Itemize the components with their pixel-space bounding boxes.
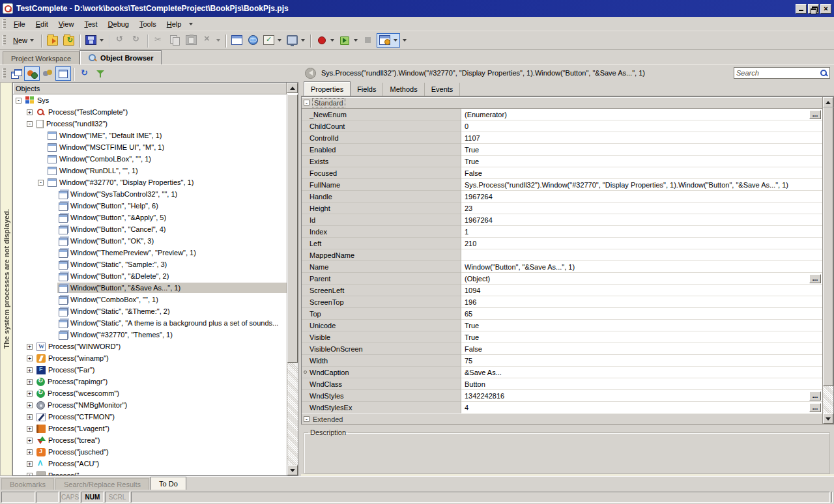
- restore-button[interactable]: [808, 4, 819, 14]
- property-row[interactable]: VisibleOnScreen False...: [302, 343, 822, 355]
- tree-expander[interactable]: +: [27, 356, 33, 361]
- property-row[interactable]: Top 65...: [302, 308, 822, 320]
- property-value[interactable]: 1342242816: [465, 392, 809, 400]
- tree-expander[interactable]: +: [27, 438, 33, 443]
- tree-expander[interactable]: +: [27, 402, 33, 408]
- toolbar-button[interactable]: [261, 33, 284, 48]
- tree-expander[interactable]: -: [27, 121, 33, 127]
- ellipsis-button[interactable]: ...: [809, 274, 821, 283]
- tree-toolbar-button[interactable]: [40, 66, 55, 81]
- tree-item[interactable]: Window("#32770", "Themes", 1): [13, 329, 287, 341]
- tree-expander[interactable]: +: [27, 426, 33, 432]
- toolbar-button[interactable]: [151, 33, 167, 48]
- property-row[interactable]: Focused False...: [302, 167, 822, 179]
- dropdown-caret-icon[interactable]: [100, 39, 104, 42]
- tree-item[interactable]: + Process("rapimgr"): [13, 376, 287, 387]
- property-value[interactable]: 4: [465, 404, 809, 412]
- property-value[interactable]: Sys.Process("rundll32").Window("#32770",…: [465, 181, 822, 189]
- grid-scroll-thumb[interactable]: [823, 107, 833, 386]
- tree-expander[interactable]: +: [27, 449, 33, 455]
- bottom-tab[interactable]: Search/Replace Results: [55, 478, 149, 490]
- back-button[interactable]: [305, 68, 316, 79]
- property-row[interactable]: WndStyles 1342242816...: [302, 390, 822, 402]
- tree-item[interactable]: Window("Button", "Help", 6): [13, 200, 287, 212]
- property-row[interactable]: Height 23...: [302, 203, 822, 214]
- tree-item[interactable]: Window("RunDLL", "", 1): [13, 165, 287, 176]
- tree-scroll-thumb[interactable]: [287, 94, 298, 363]
- tree-item[interactable]: + Process("CTFMON"): [13, 411, 287, 423]
- property-row[interactable]: WndStylesEx 4...: [302, 402, 822, 413]
- property-value[interactable]: 1107: [465, 134, 822, 142]
- property-row[interactable]: Handle 1967264...: [302, 191, 822, 203]
- tree-toolbar-button[interactable]: [93, 66, 108, 81]
- dropdown-caret-icon[interactable]: [301, 39, 305, 42]
- collapse-icon[interactable]: -: [304, 416, 309, 422]
- menu-overflow-icon[interactable]: [189, 23, 193, 25]
- tree-item[interactable]: Window("Static", "Sample:", 3): [13, 259, 287, 270]
- toolbar-button[interactable]: [337, 33, 360, 48]
- tree-item[interactable]: + Process("tcrea"): [13, 434, 287, 446]
- property-row[interactable]: WndCaption &Save As......: [302, 367, 822, 378]
- property-row[interactable]: Id 1967264...: [302, 214, 822, 226]
- property-row[interactable]: ScreenLeft 1094...: [302, 285, 822, 296]
- property-row[interactable]: ControlId 1107...: [302, 132, 822, 144]
- tree-expander[interactable]: +: [27, 461, 33, 467]
- property-value[interactable]: True: [465, 322, 822, 329]
- property-value[interactable]: 1094: [465, 287, 822, 294]
- tree-item[interactable]: - Sys: [13, 94, 287, 106]
- tree-toolbar-button[interactable]: [77, 66, 93, 81]
- tree-item[interactable]: Window("SysTabControl32", "", 1): [13, 188, 287, 200]
- property-row[interactable]: _NewEnum (Enumerator)...: [302, 109, 822, 120]
- property-value[interactable]: True: [465, 333, 822, 341]
- bottom-tab[interactable]: To Do: [151, 477, 186, 490]
- property-value[interactable]: Button: [465, 380, 822, 388]
- group-header-extended[interactable]: - Extended: [302, 413, 822, 424]
- toolbar-button[interactable]: [229, 33, 245, 48]
- toolbar-button[interactable]: [360, 33, 377, 48]
- property-row[interactable]: Parent (Object)...: [302, 273, 822, 285]
- tree-item[interactable]: + Process("ACU"): [13, 458, 287, 469]
- menu-item[interactable]: View: [53, 18, 79, 30]
- property-value[interactable]: 196: [465, 298, 822, 306]
- collapse-icon[interactable]: -: [304, 100, 309, 105]
- property-row[interactable]: FullName Sys.Process("rundll32").Window(…: [302, 179, 822, 191]
- property-tab[interactable]: Events: [425, 83, 461, 96]
- toolbar-button[interactable]: [183, 33, 199, 48]
- tree-expander[interactable]: +: [27, 344, 33, 350]
- property-value[interactable]: 65: [465, 310, 822, 318]
- toolbar-button[interactable]: [83, 33, 106, 48]
- property-row[interactable]: Name Window("Button", "&Save As...", 1).…: [302, 261, 822, 273]
- toolbar-button[interactable]: [128, 33, 145, 48]
- tree-item[interactable]: - Window("#32770", "Display Properties",…: [13, 176, 287, 188]
- tree-item[interactable]: Window("Static", "A theme is a backgroun…: [13, 317, 287, 329]
- toolbar-grip[interactable]: [3, 68, 6, 79]
- tree-expander[interactable]: +: [27, 414, 33, 420]
- ellipsis-button[interactable]: ...: [809, 110, 821, 119]
- toolbar-button[interactable]: [377, 33, 400, 48]
- dropdown-caret-icon[interactable]: [278, 39, 281, 42]
- toolbar-grip[interactable]: [3, 19, 6, 29]
- group-header-standard[interactable]: - Standard: [302, 97, 822, 109]
- dropdown-caret-icon[interactable]: [216, 39, 220, 42]
- tree-item[interactable]: Window("Static", "&Theme:", 2): [13, 305, 287, 317]
- property-value[interactable]: &Save As...: [465, 369, 822, 376]
- property-row[interactable]: ChildCount 0...: [302, 120, 822, 132]
- tree-scrollbar[interactable]: [287, 94, 298, 475]
- property-value[interactable]: 23: [465, 204, 822, 212]
- tree-item[interactable]: + Process("Far"): [13, 364, 287, 376]
- dropdown-caret-icon[interactable]: [394, 39, 397, 42]
- menu-item[interactable]: Tools: [134, 18, 162, 30]
- property-tab[interactable]: Methods: [383, 83, 424, 96]
- tree-toolbar-button[interactable]: [55, 66, 71, 81]
- grid-scrollbar[interactable]: [822, 97, 833, 424]
- tree-expander[interactable]: +: [27, 473, 33, 476]
- property-row[interactable]: ScreenTop 196...: [302, 296, 822, 308]
- menu-item[interactable]: Debug: [103, 18, 134, 30]
- property-value[interactable]: False: [465, 345, 822, 353]
- toolbar-button[interactable]: [44, 33, 61, 48]
- property-value[interactable]: False: [465, 169, 822, 177]
- toolbar-button[interactable]: [284, 33, 308, 48]
- property-tab[interactable]: Fields: [351, 83, 383, 96]
- tree-item[interactable]: + Process("NMBgMonitor"): [13, 399, 287, 411]
- tree-item[interactable]: + Process("WINWORD"): [13, 341, 287, 352]
